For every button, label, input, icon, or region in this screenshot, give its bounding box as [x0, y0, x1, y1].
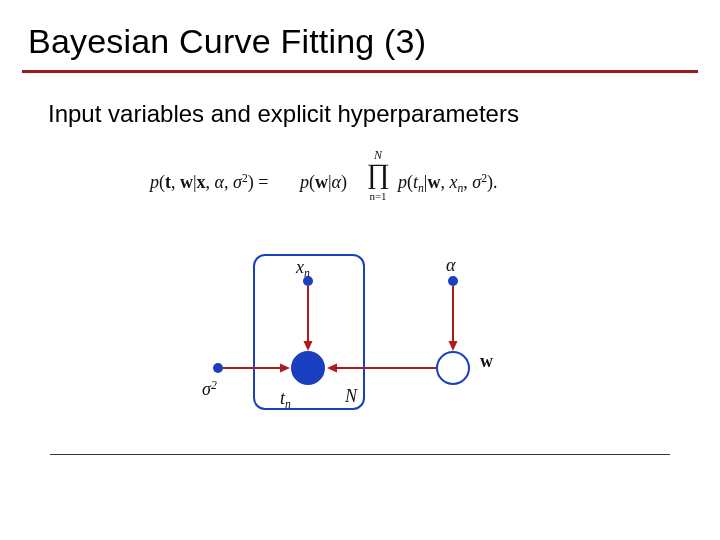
- eq-close: ).: [487, 172, 498, 192]
- eq-sigma: σ: [472, 172, 481, 192]
- eq-w: w: [315, 172, 328, 192]
- eq-alpha: α: [332, 172, 341, 192]
- eq-w: w: [180, 172, 193, 192]
- equation-prior: p(w|α): [300, 172, 347, 193]
- eq-p: p: [150, 172, 159, 192]
- eq-p: p: [300, 172, 309, 192]
- eq-sigma: σ: [233, 172, 242, 192]
- graphical-model: xn tn α w σ2 N: [200, 244, 540, 434]
- slide-subtitle: Input variables and explicit hyperparame…: [48, 100, 519, 128]
- eq-sq: 2: [481, 172, 487, 185]
- eq-sq: 2: [242, 172, 248, 185]
- eq-x: x: [197, 172, 206, 192]
- prod-sign: ∏: [362, 160, 394, 188]
- svg-marker-1: [304, 341, 313, 351]
- prod-lower: n=1: [360, 190, 396, 202]
- svg-marker-3: [449, 341, 458, 351]
- equation-lhs: p(t, w|x, α, σ2) =: [150, 172, 268, 193]
- eq-equals: ) =: [248, 172, 269, 192]
- eq-sub-n: n: [457, 182, 463, 195]
- eq-p: p: [398, 172, 407, 192]
- svg-marker-5: [327, 364, 337, 373]
- title-underline: [22, 70, 698, 73]
- slide-title: Bayesian Curve Fitting (3): [28, 22, 426, 61]
- equation-likelihood: p(tn|w, xn, σ2).: [398, 172, 498, 193]
- svg-marker-7: [280, 364, 290, 373]
- arrows: [200, 244, 540, 434]
- eq-comma: ,: [224, 172, 233, 192]
- eq-close: ): [341, 172, 347, 192]
- eq-comma: ,: [463, 172, 472, 192]
- eq-comma: ,: [171, 172, 180, 192]
- eq-comma: ,: [206, 172, 215, 192]
- product-symbol: N ∏ n=1: [362, 152, 394, 206]
- eq-w: w: [427, 172, 440, 192]
- eq-sub-n: n: [418, 182, 424, 195]
- eq-alpha: α: [215, 172, 224, 192]
- slide: Bayesian Curve Fitting (3) Input variabl…: [0, 0, 720, 540]
- equation: p(t, w|x, α, σ2) = p(w|α) N ∏ n=1 p(tn|w…: [150, 152, 590, 212]
- footer-rule: [50, 454, 670, 455]
